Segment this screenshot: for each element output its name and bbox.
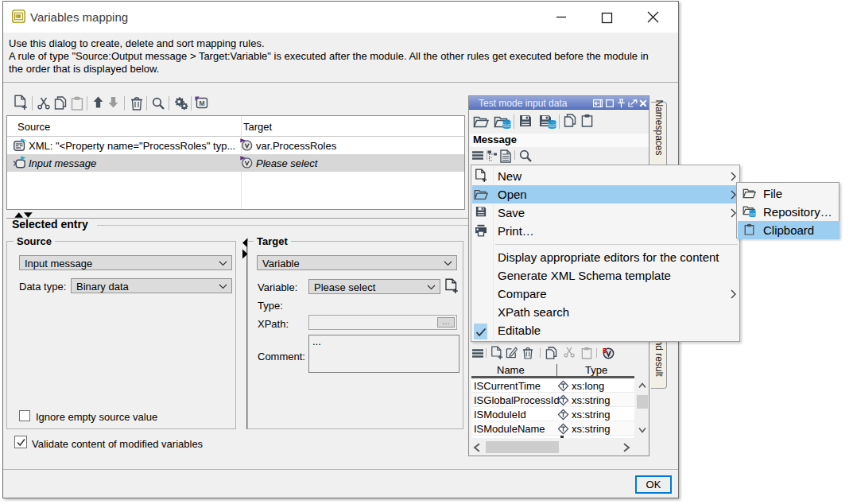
svg-text:5: 5: [603, 347, 607, 355]
